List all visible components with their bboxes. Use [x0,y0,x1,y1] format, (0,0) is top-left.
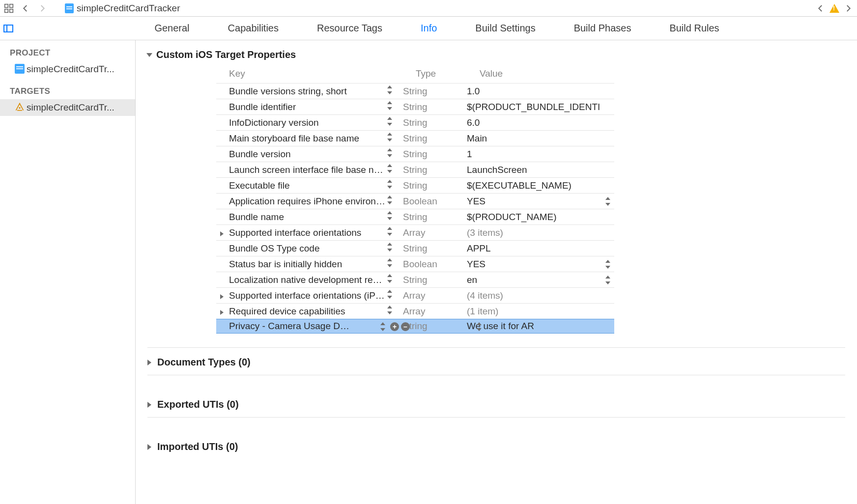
plist-key[interactable]: Bundle name [216,212,386,223]
value-stepper-icon[interactable] [604,196,611,206]
key-stepper[interactable] [386,132,403,144]
nav-forward-icon[interactable] [36,2,48,14]
tab-general[interactable]: General [154,23,189,34]
plist-value[interactable]: 1 [467,149,614,160]
tab-info[interactable]: Info [421,23,437,34]
sidebar-project-item[interactable]: simpleCreditCardTr... [0,61,135,78]
key-stepper[interactable] [386,258,403,270]
plist-row[interactable]: Localization native development regionSt… [216,272,614,287]
plist-value[interactable]: $(PRODUCT_BUNDLE_IDENTI [467,102,614,112]
plist-value[interactable]: APPL [467,243,614,254]
key-stepper[interactable] [386,274,403,286]
tab-build-settings[interactable]: Build Settings [475,23,535,34]
key-stepper[interactable] [386,179,403,192]
sidebar-target-item[interactable]: simpleCreditCardTr... [0,99,135,116]
plist-key[interactable]: Bundle versions string, short [216,86,386,97]
plist-type[interactable]: String [403,243,467,254]
key-stepper[interactable] [386,164,403,176]
stepper-icon[interactable] [379,322,386,332]
nav-prev-icon[interactable] [815,2,827,14]
plist-value[interactable]: YES [467,259,614,270]
plist-row[interactable]: Executable fileString$(EXECUTABLE_NAME) [216,177,614,193]
section-custom-ios-props[interactable]: Custom iOS Target Properties [147,47,845,65]
plist-row[interactable]: Application requires iPhone environm…Boo… [216,193,614,209]
plist-row[interactable]: InfoDictionary versionString6.0 [216,114,614,130]
plist-value[interactable]: 1.0 [467,86,614,97]
plist-type[interactable]: Array [403,306,467,317]
plist-type[interactable]: Array [403,290,467,301]
plist-key[interactable]: Executable file [216,180,386,191]
section-document-types[interactable]: Document Types (0) [147,347,845,368]
plist-value[interactable]: We use it for AR [467,321,614,332]
plist-key[interactable]: Application requires iPhone environm… [216,196,386,207]
key-stepper[interactable] [386,195,403,207]
plist-row[interactable]: Bundle versions string, shortString1.0 [216,83,614,99]
key-stepper[interactable] [386,226,403,239]
key-stepper[interactable] [386,242,403,254]
plist-type[interactable]: String [403,86,467,97]
plist-row[interactable]: Main storyboard file base nameStringMain [216,130,614,146]
section-imported-utis[interactable]: Imported UTIs (0) [147,431,845,452]
plist-value[interactable]: (4 items) [467,290,614,301]
plist-type[interactable]: String [403,165,467,175]
key-stepper[interactable] [386,211,403,223]
plist-type[interactable]: String [403,102,467,112]
plist-row[interactable]: Supported interface orientationsArray(3 … [216,224,614,240]
value-stepper-icon[interactable] [604,275,611,285]
plist-row[interactable]: Launch screen interface file base nameSt… [216,162,614,177]
key-stepper[interactable] [386,148,403,160]
plist-value[interactable]: (3 items) [467,227,614,238]
key-stepper[interactable] [386,116,403,129]
plist-key[interactable]: Bundle identifier [216,102,386,112]
nav-next-icon[interactable] [842,2,854,14]
plist-row[interactable]: Bundle identifierString$(PRODUCT_BUNDLE_… [216,99,614,114]
plist-key[interactable]: Launch screen interface file base name [216,165,386,175]
key-stepper[interactable] [386,85,403,97]
key-stepper[interactable] [386,101,403,113]
plist-row[interactable]: Bundle nameString$(PRODUCT_NAME) [216,209,614,224]
plist-value[interactable]: YES [467,196,614,207]
plist-value[interactable]: en [467,275,614,285]
tab-resource-tags[interactable]: Resource Tags [317,23,382,34]
nav-back-icon[interactable] [20,2,31,14]
plist-key[interactable]: Status bar is initially hidden [216,259,386,270]
plist-row[interactable]: Supported interface orientations (iPad)A… [216,287,614,303]
plist-key[interactable]: Bundle version [216,149,386,160]
plist-key[interactable]: Supported interface orientations (iPad) [216,290,386,301]
plist-key[interactable]: Privacy - Camera Usage Descrip… [216,321,386,332]
plist-value[interactable]: Main [467,133,614,144]
plist-key[interactable]: InfoDictionary version [216,117,386,128]
remove-row-button[interactable]: – [401,322,410,331]
plist-key[interactable]: Bundle OS Type code [216,243,386,254]
plist-value[interactable]: $(EXECUTABLE_NAME) [467,180,614,191]
plist-type[interactable]: String [403,117,467,128]
plist-key[interactable]: Localization native development region [216,275,386,285]
plist-key[interactable]: Main storyboard file base name [216,133,386,144]
add-row-button[interactable]: + [390,322,399,331]
plist-row[interactable]: Bundle OS Type codeStringAPPL [216,240,614,256]
plist-type[interactable]: Boolean [403,196,467,207]
value-stepper-icon[interactable] [604,259,611,269]
plist-type[interactable]: Boolean [403,259,467,270]
plist-row[interactable]: Privacy - Camera Usage Descrip…StringWe … [216,319,614,334]
plist-row[interactable]: Bundle versionString1 [216,146,614,162]
disclosure-triangle-icon[interactable] [220,310,224,315]
plist-key[interactable]: Supported interface orientations [216,227,386,238]
disclosure-triangle-icon[interactable] [220,231,224,236]
breadcrumb[interactable]: simpleCreditCardTracker [65,3,180,14]
plist-type[interactable]: Array [403,227,467,238]
plist-value[interactable]: LaunchScreen [467,165,614,175]
key-stepper[interactable] [386,289,403,302]
plist-value[interactable]: 6.0 [467,117,614,128]
disclosure-triangle-icon[interactable] [220,294,224,299]
key-stepper[interactable] [386,305,403,317]
tab-capabilities[interactable]: Capabilities [228,23,279,34]
plist-row[interactable]: Status bar is initially hiddenBooleanYES [216,256,614,272]
plist-type[interactable]: String [403,275,467,285]
plist-type[interactable]: String [403,133,467,144]
plist-value[interactable]: $(PRODUCT_NAME) [467,212,614,223]
tab-build-rules[interactable]: Build Rules [669,23,719,34]
warning-icon[interactable] [829,4,839,13]
section-exported-utis[interactable]: Exported UTIs (0) [147,389,845,410]
plist-value[interactable]: (1 item) [467,306,614,317]
